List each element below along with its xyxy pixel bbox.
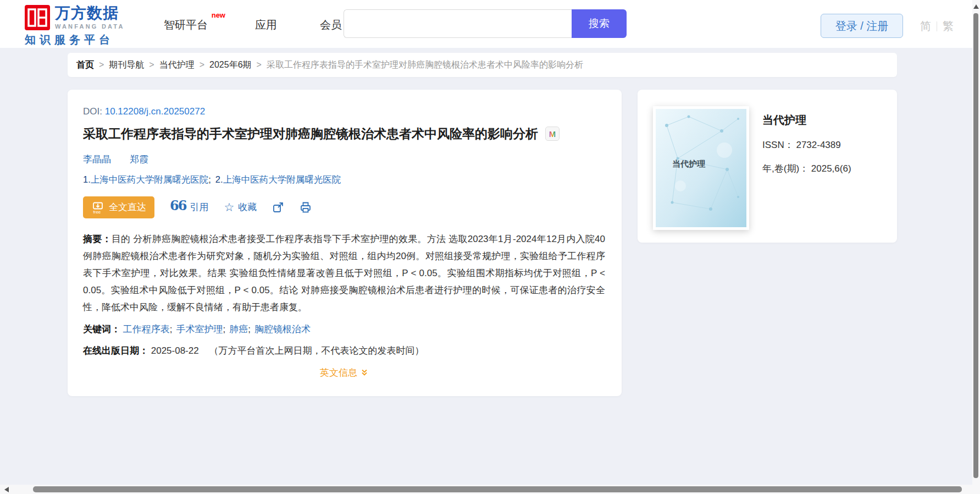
- keyword-separator: ;: [170, 324, 173, 334]
- article-title: 采取工作程序表指导的手术室护理对肺癌胸腔镜根治术患者术中风险率的影响分析: [83, 126, 538, 142]
- keyword-link[interactable]: 手术室护理: [176, 324, 223, 334]
- keyword-list: 关键词： 工作程序表;手术室护理;肺癌;胸腔镜根治术: [83, 323, 605, 336]
- journal-volume-row: 年,卷(期)： 2025,6(6): [762, 162, 851, 175]
- publish-date-label: 在线出版日期：: [83, 345, 148, 356]
- horizontal-scrollbar-thumb[interactable]: [33, 486, 962, 492]
- login-register-button[interactable]: 登录 / 注册: [821, 14, 903, 38]
- cite-label: 引用: [190, 201, 208, 213]
- affiliation-number: 1.: [83, 174, 91, 184]
- affiliation-list: 1.上海中医药大学附属曙光医院;2.上海中医药大学附属曙光医院: [83, 174, 605, 186]
- breadcrumb-issue[interactable]: 2025年6期: [209, 59, 252, 71]
- abstract: 摘要：目的 分析肺癌胸腔镜根治术患者接受工作程序表指导下手术室护理的效果。方法 …: [83, 230, 605, 316]
- journal-card: 当代护理 当代护理 ISSN： 2732-4389 年,卷(期)： 2025,6…: [638, 90, 897, 243]
- cite-quote-icon: 66: [170, 199, 186, 212]
- search-box: 搜索: [344, 9, 627, 38]
- doi-link[interactable]: 10.12208/j.cn.20250272: [105, 106, 205, 117]
- new-badge: new: [212, 11, 225, 19]
- medical-badge[interactable]: M: [545, 127, 560, 141]
- lang-simplified[interactable]: 简: [920, 19, 931, 34]
- nav-item-membership[interactable]: 会员: [320, 18, 342, 32]
- lang-divider: [937, 21, 937, 31]
- top-header: 万方数据 WANFANG DATA 知识服务平台 智研平台 new 应用 会员 …: [0, 0, 980, 48]
- brand-name: 万方数据: [55, 5, 125, 21]
- scrollbar-up-arrow-icon[interactable]: [973, 4, 979, 9]
- breadcrumb-separator: >: [149, 60, 154, 70]
- breadcrumb-separator: >: [200, 60, 204, 70]
- breadcrumb-current-article: 采取工作程序表指导的手术室护理对肺癌胸腔镜根治术患者术中风险率的影响分析: [267, 59, 583, 71]
- wanfang-logo[interactable]: 万方数据 WANFANG DATA 知识服务平台: [25, 5, 125, 47]
- article-card: DOI: 10.12208/j.cn.20250272 采取工作程序表指导的手术…: [68, 90, 622, 396]
- volume-value: 2025,6(6): [811, 163, 851, 174]
- share-button[interactable]: [272, 201, 284, 213]
- affiliation-separator: ;: [208, 174, 211, 184]
- affiliation-link[interactable]: 上海中医药大学附属曙光医院: [223, 174, 341, 184]
- vertical-scrollbar-thumb[interactable]: [973, 13, 978, 478]
- journal-cover[interactable]: 当代护理: [653, 106, 749, 230]
- wanfang-logo-icon: [25, 5, 50, 30]
- issn-label: ISSN：: [762, 140, 794, 150]
- author-link[interactable]: 李晶晶: [83, 153, 111, 166]
- abstract-label: 摘要：: [83, 234, 112, 244]
- svg-text:free: free: [93, 209, 101, 214]
- chevron-double-down-icon: [361, 369, 368, 376]
- publish-date-note: （万方平台首次上网日期，不代表论文的发表时间）: [209, 345, 424, 356]
- doi-row: DOI: 10.12208/j.cn.20250272: [83, 106, 605, 117]
- nav-item-apps[interactable]: 应用: [255, 18, 277, 32]
- share-icon: [272, 201, 284, 213]
- scrollbar-left-arrow-icon[interactable]: [4, 487, 9, 492]
- affiliation-link[interactable]: 上海中医药大学附属曙光医院: [91, 174, 209, 184]
- author-list: 李晶晶 郑霞: [83, 153, 605, 166]
- journal-issn-row: ISSN： 2732-4389: [762, 139, 851, 151]
- favorite-star-icon: ☆: [224, 201, 234, 213]
- fulltext-button[interactable]: free 全文直达: [83, 196, 154, 218]
- keyword-link[interactable]: 肺癌: [229, 324, 248, 334]
- publish-date-value: 2025-08-22: [151, 345, 199, 356]
- keyword-separator: ;: [248, 324, 251, 334]
- horizontal-scrollbar[interactable]: [0, 485, 980, 494]
- print-icon: [300, 201, 312, 213]
- breadcrumb-journal-nav[interactable]: 期刊导航: [109, 59, 144, 71]
- search-button[interactable]: 搜索: [572, 9, 627, 38]
- breadcrumb-separator: >: [257, 60, 262, 70]
- volume-label: 年,卷(期)：: [762, 163, 809, 174]
- favorite-button[interactable]: ☆ 收藏: [224, 201, 257, 213]
- brand-name-en: WANFANG DATA: [55, 23, 125, 30]
- keyword-link[interactable]: 胸腔镜根治术: [254, 324, 311, 334]
- affiliation-number: 2.: [215, 174, 223, 184]
- cite-button[interactable]: 66 引用: [170, 201, 208, 213]
- search-input[interactable]: [344, 9, 572, 38]
- print-button[interactable]: [300, 201, 312, 213]
- author-link[interactable]: 郑霞: [130, 153, 148, 166]
- english-info-toggle[interactable]: 英文信息: [320, 366, 368, 379]
- action-toolbar: free 全文直达 66 引用 ☆ 收藏: [83, 196, 605, 218]
- online-publish-row: 在线出版日期： 2025-08-22 （万方平台首次上网日期，不代表论文的发表时…: [83, 344, 605, 357]
- issn-value: 2732-4389: [796, 140, 840, 150]
- keywords-label: 关键词：: [83, 324, 120, 334]
- medical-badge-letter: M: [549, 129, 556, 139]
- doi-label: DOI:: [83, 106, 102, 117]
- journal-cover-title: 当代护理: [672, 159, 706, 168]
- breadcrumb-journal[interactable]: 当代护理: [159, 59, 195, 71]
- breadcrumb-home[interactable]: 首页: [76, 59, 94, 71]
- free-download-icon: free: [91, 201, 104, 214]
- breadcrumb-separator: >: [99, 60, 104, 70]
- brand-subtitle: 知识服务平台: [25, 32, 125, 47]
- keyword-separator: ;: [223, 324, 225, 334]
- abstract-text: 目的 分析肺癌胸腔镜根治术患者接受工作程序表指导下手术室护理的效果。方法 选取2…: [83, 234, 605, 312]
- lang-traditional[interactable]: 繁: [943, 19, 954, 34]
- vertical-scrollbar[interactable]: [972, 0, 980, 485]
- fulltext-label: 全文直达: [109, 201, 146, 213]
- favorite-label: 收藏: [238, 201, 257, 213]
- language-toggle: 简 繁: [920, 19, 954, 34]
- nav-item-zhiyan-platform[interactable]: 智研平台 new: [164, 18, 208, 32]
- journal-name: 当代护理: [762, 113, 851, 128]
- breadcrumb: 首页 > 期刊导航 > 当代护理 > 2025年6期 > 采取工作程序表指导的手…: [68, 53, 897, 77]
- keyword-link[interactable]: 工作程序表: [123, 324, 170, 334]
